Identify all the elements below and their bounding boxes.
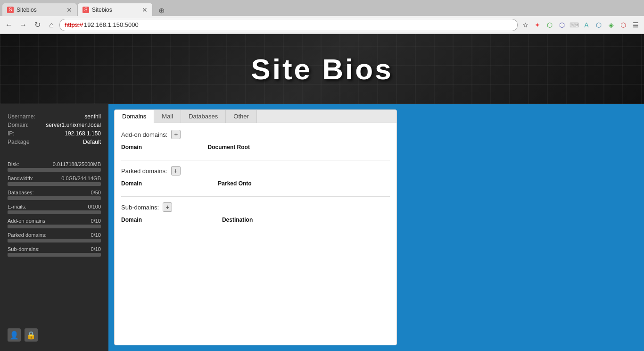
new-tab-button[interactable]: ⊕	[155, 5, 168, 16]
stat-value: 0.0117188/25000MB	[53, 161, 101, 167]
parked-domains-section: Parked domains: + Domain Parked Onto	[121, 166, 390, 188]
address-host: 192.168.1.150:5000	[84, 21, 139, 28]
stat-bar	[8, 168, 101, 172]
extension-icon-5[interactable]: A	[581, 19, 592, 31]
user-icon[interactable]: 👤	[8, 328, 21, 342]
sidebar-username-row: Username: senthil	[8, 113, 101, 120]
sidebar-stats: Disk: 0.0117188/25000MB Bandwidth: 0.0GB…	[8, 161, 101, 260]
subdomains-section-header: Sub-domains: +	[121, 202, 390, 212]
stat-bar	[8, 196, 101, 200]
stat-bar	[8, 239, 101, 242]
parked-domains-table: Domain Parked Onto	[121, 179, 390, 188]
reload-button[interactable]: ↻	[31, 19, 43, 31]
sidebar-footer: 👤 🔒	[8, 328, 101, 342]
extension-icon-4[interactable]: ⌨	[569, 19, 580, 31]
stat-item: Add-on domains: 0/10	[8, 218, 101, 228]
page-wrapper: Site Bios Username: senthil Domain: serv…	[0, 34, 644, 351]
extension-icon-1[interactable]: ✦	[532, 19, 543, 31]
stat-label: Parked domains:	[8, 232, 47, 238]
stat-bar	[8, 253, 101, 257]
content-tab-other[interactable]: Other	[226, 110, 257, 123]
back-button[interactable]: ←	[3, 19, 15, 31]
sub-col-domain: Domain	[121, 216, 213, 224]
parked-col-onto: Parked Onto	[208, 179, 390, 188]
parked-domains-label: Parked domains:	[121, 167, 167, 175]
addon-domains-section: Add-on domains: + Domain Document Root	[121, 130, 390, 151]
content-tab-mail[interactable]: Mail	[154, 110, 181, 123]
forward-button[interactable]: →	[17, 19, 29, 31]
addon-domains-label: Add-on domains:	[121, 131, 167, 138]
ip-value: 192.168.1.150	[65, 130, 101, 137]
subdomains-add-button[interactable]: +	[163, 202, 172, 212]
package-value: Default	[83, 139, 101, 145]
stat-value: 0/50	[91, 190, 101, 195]
domain-label: Domain:	[8, 122, 29, 128]
content-tab-domains[interactable]: Domains	[115, 110, 154, 123]
menu-button[interactable]: ☰	[630, 19, 641, 31]
browser-tab-2[interactable]: S Sitebios ✕	[77, 3, 153, 16]
content-tab-header: DomainsMailDatabasesOther	[115, 110, 396, 123]
stat-label: Disk:	[8, 161, 19, 167]
site-header: Site Bios	[0, 34, 644, 104]
stat-value: 0/10	[91, 246, 101, 252]
tab-bar: S Sitebios ✕ S Sitebios ✕ ⊕	[0, 0, 644, 16]
domain-value: server1.unixmen.local	[46, 122, 101, 128]
stat-item: Disk: 0.0117188/25000MB	[8, 161, 101, 172]
stat-bar	[8, 210, 101, 214]
browser-tab-1-label: Sitebios	[17, 7, 37, 13]
sub-col-dest: Destination	[213, 216, 390, 224]
star-icon[interactable]: ☆	[520, 19, 531, 31]
ip-label: IP:	[8, 130, 15, 137]
addon-col-domain: Domain	[121, 143, 198, 151]
tab-close-1[interactable]: ✕	[66, 6, 72, 14]
stat-value: 0/100	[88, 204, 101, 209]
stat-label: Databases:	[8, 190, 34, 195]
lock-icon[interactable]: 🔒	[25, 328, 38, 342]
extension-icon-2[interactable]: ⬡	[544, 19, 555, 31]
username-value: senthil	[84, 113, 101, 120]
address-bar-row: ← → ↻ ⌂ https:// 192.168.1.150:5000 ☆ ✦ …	[0, 16, 644, 34]
address-bar[interactable]: https:// 192.168.1.150:5000	[59, 19, 518, 31]
browser-tab-1[interactable]: S Sitebios ✕	[2, 3, 77, 16]
browser-tab-2-label: Sitebios	[92, 7, 112, 13]
addon-add-button[interactable]: +	[171, 130, 181, 139]
sidebar-ip-row: IP: 192.168.1.150	[8, 130, 101, 137]
extension-icon-8[interactable]: ⬡	[618, 19, 629, 31]
subdomains-table: Domain Destination	[121, 216, 390, 224]
address-protocol: https://	[65, 21, 83, 28]
stat-value: 0/10	[91, 232, 101, 238]
addon-section-header: Add-on domains: +	[121, 130, 390, 139]
sidebar: Username: senthil Domain: server1.unixme…	[0, 104, 108, 351]
site-title: Site Bios	[251, 52, 393, 86]
tab-favicon-1: S	[7, 7, 14, 13]
addon-domains-table: Domain Document Root	[121, 143, 390, 151]
divider-2	[121, 196, 390, 197]
extension-icon-7[interactable]: ◈	[605, 19, 617, 31]
tab-favicon-2: S	[83, 7, 89, 13]
parked-col-domain: Domain	[121, 179, 208, 188]
extension-icon-3[interactable]: ⬡	[556, 19, 568, 31]
package-label: Package	[8, 139, 30, 145]
sidebar-info: Username: senthil Domain: server1.unixme…	[8, 113, 101, 147]
page-body: Username: senthil Domain: server1.unixme…	[0, 104, 644, 351]
stat-value: 0/10	[91, 218, 101, 224]
tab-close-2[interactable]: ✕	[142, 6, 148, 14]
stat-label: Sub-domains:	[8, 246, 40, 252]
username-label: Username:	[8, 113, 35, 120]
main-panel: DomainsMailDatabasesOther Add-on domains…	[108, 104, 644, 351]
sidebar-package-row: Package Default	[8, 139, 101, 145]
stat-item: Bandwidth: 0.0GB/244.14GB	[8, 176, 101, 186]
stat-item: E-mails: 0/100	[8, 204, 101, 214]
tab-content: Add-on domains: + Domain Document Root	[115, 123, 396, 345]
parked-add-button[interactable]: +	[171, 166, 181, 176]
content-tab-databases[interactable]: Databases	[181, 110, 226, 123]
toolbar-icons: ☆ ✦ ⬡ ⬡ ⌨ A ⬡ ◈ ⬡ ☰	[520, 19, 641, 31]
content-box: DomainsMailDatabasesOther Add-on domains…	[114, 109, 397, 345]
sidebar-domain-row: Domain: server1.unixmen.local	[8, 122, 101, 128]
stat-item: Databases: 0/50	[8, 190, 101, 200]
stat-item: Parked domains: 0/10	[8, 232, 101, 242]
extension-icon-6[interactable]: ⬡	[593, 19, 604, 31]
stat-bar	[8, 182, 101, 186]
home-button[interactable]: ⌂	[45, 19, 58, 31]
subdomains-section: Sub-domains: + Domain Destination	[121, 202, 390, 224]
